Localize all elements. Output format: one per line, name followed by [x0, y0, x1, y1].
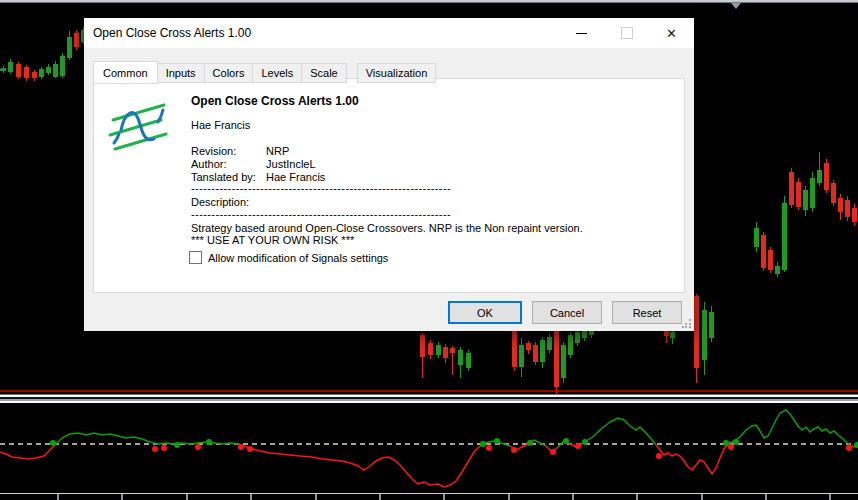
tab-bar: Common Inputs Colors Levels Scale Visual…: [93, 61, 436, 83]
field-revision-label: Revision:: [191, 145, 263, 157]
tab-colors[interactable]: Colors: [205, 63, 254, 83]
field-revision: Revision: NRP: [191, 145, 289, 157]
maximize-button[interactable]: [604, 18, 649, 48]
tab-levels[interactable]: Levels: [253, 63, 302, 83]
field-revision-value: NRP: [266, 145, 289, 157]
separator-line: ----------------------------------------…: [191, 182, 451, 194]
tab-inputs[interactable]: Inputs: [158, 63, 205, 83]
cancel-button[interactable]: Cancel: [532, 301, 602, 324]
dialog-button-row: OK Cancel Reset: [448, 301, 682, 324]
allow-modification-checkbox-row: Allow modification of Signals settings: [189, 251, 388, 264]
tab-visualization[interactable]: Visualization: [357, 63, 437, 83]
allow-modification-checkbox[interactable]: [189, 251, 202, 264]
indicator-copyright: Hae Francis: [191, 119, 250, 131]
reset-button[interactable]: Reset: [612, 301, 682, 324]
resize-grip[interactable]: [682, 319, 691, 328]
application-window: Open Close Cross Alerts 1.00 ✕ Common In…: [0, 0, 858, 500]
minimize-button[interactable]: [559, 18, 604, 48]
close-icon: ✕: [666, 27, 677, 40]
indicator-name: Open Close Cross Alerts 1.00: [191, 95, 359, 107]
tab-scale[interactable]: Scale: [302, 63, 347, 83]
field-author: Author: JustIncleL: [191, 158, 316, 170]
tab-common[interactable]: Common: [93, 61, 158, 84]
dialog-titlebar[interactable]: Open Close Cross Alerts 1.00 ✕: [84, 18, 694, 48]
maximize-icon: [621, 27, 633, 39]
dialog-title: Open Close Cross Alerts 1.00: [84, 26, 251, 40]
description-text: Strategy based around Open-Close Crossov…: [191, 222, 583, 234]
indicator-properties-dialog: Open Close Cross Alerts 1.00 ✕ Common In…: [84, 18, 694, 331]
allow-modification-label: Allow modification of Signals settings: [208, 252, 388, 264]
ok-button[interactable]: OK: [448, 301, 522, 324]
separator-line: ----------------------------------------…: [191, 208, 451, 220]
common-tab-panel: Open Close Cross Alerts 1.00 Hae Francis…: [93, 78, 685, 293]
risk-warning-text: *** USE AT YOUR OWN RISK ***: [191, 234, 354, 246]
window-controls: ✕: [559, 18, 694, 48]
field-author-label: Author:: [191, 158, 263, 170]
field-author-value: JustIncleL: [266, 158, 316, 170]
minimize-icon: [576, 33, 587, 34]
close-button[interactable]: ✕: [649, 18, 694, 48]
indicator-icon: [108, 99, 168, 151]
description-label: Description:: [191, 196, 249, 208]
